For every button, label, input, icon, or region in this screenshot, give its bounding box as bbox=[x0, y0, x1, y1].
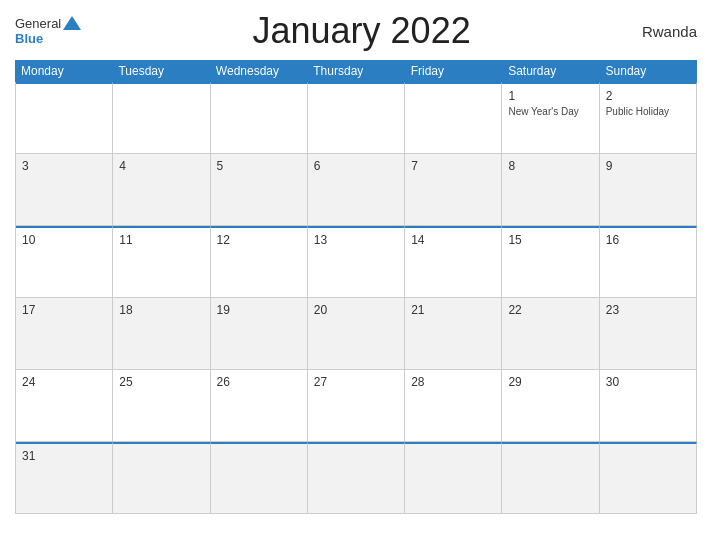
cal-cell: 10 bbox=[16, 226, 113, 298]
cal-cell: 30 bbox=[600, 370, 697, 442]
day-number: 12 bbox=[217, 233, 301, 247]
day-number: 23 bbox=[606, 303, 690, 317]
calendar-header: General Blue January 2022 Rwanda bbox=[15, 10, 697, 52]
cal-cell: 25 bbox=[113, 370, 210, 442]
day-number: 3 bbox=[22, 159, 106, 173]
dow-thursday: Thursday bbox=[307, 60, 404, 82]
cal-cell bbox=[405, 82, 502, 154]
day-number: 19 bbox=[217, 303, 301, 317]
cal-cell bbox=[405, 442, 502, 514]
cal-cell bbox=[502, 442, 599, 514]
cal-cell bbox=[308, 82, 405, 154]
day-number: 22 bbox=[508, 303, 592, 317]
cal-cell bbox=[211, 82, 308, 154]
day-number: 11 bbox=[119, 233, 203, 247]
event-label: New Year's Day bbox=[508, 105, 592, 118]
cal-cell: 29 bbox=[502, 370, 599, 442]
cal-cell: 28 bbox=[405, 370, 502, 442]
cal-cell bbox=[113, 82, 210, 154]
cal-cell: 20 bbox=[308, 298, 405, 370]
day-number: 17 bbox=[22, 303, 106, 317]
day-number: 5 bbox=[217, 159, 301, 173]
day-number: 24 bbox=[22, 375, 106, 389]
cal-cell: 16 bbox=[600, 226, 697, 298]
cal-cell: 24 bbox=[16, 370, 113, 442]
day-number: 25 bbox=[119, 375, 203, 389]
dow-tuesday: Tuesday bbox=[112, 60, 209, 82]
logo-triangle-icon bbox=[63, 16, 81, 30]
day-number: 20 bbox=[314, 303, 398, 317]
day-number: 15 bbox=[508, 233, 592, 247]
country-label: Rwanda bbox=[642, 23, 697, 40]
calendar-title: January 2022 bbox=[81, 10, 642, 52]
cal-cell bbox=[16, 82, 113, 154]
day-number: 21 bbox=[411, 303, 495, 317]
cal-cell bbox=[600, 442, 697, 514]
day-number: 13 bbox=[314, 233, 398, 247]
day-number: 8 bbox=[508, 159, 592, 173]
logo: General Blue bbox=[15, 16, 81, 46]
cal-cell: 11 bbox=[113, 226, 210, 298]
cal-cell: 4 bbox=[113, 154, 210, 226]
cal-cell: 27 bbox=[308, 370, 405, 442]
cal-cell: 12 bbox=[211, 226, 308, 298]
logo-blue-text: Blue bbox=[15, 32, 43, 46]
cal-cell: 3 bbox=[16, 154, 113, 226]
cal-cell: 21 bbox=[405, 298, 502, 370]
cal-cell: 31 bbox=[16, 442, 113, 514]
dow-monday: Monday bbox=[15, 60, 112, 82]
calendar-container: General Blue January 2022 Rwanda Monday … bbox=[0, 0, 712, 550]
cal-cell: 13 bbox=[308, 226, 405, 298]
cal-cell: 19 bbox=[211, 298, 308, 370]
cal-cell: 14 bbox=[405, 226, 502, 298]
day-number: 26 bbox=[217, 375, 301, 389]
day-number: 10 bbox=[22, 233, 106, 247]
day-number: 1 bbox=[508, 89, 592, 103]
day-number: 4 bbox=[119, 159, 203, 173]
day-number: 6 bbox=[314, 159, 398, 173]
days-of-week-header: Monday Tuesday Wednesday Thursday Friday… bbox=[15, 60, 697, 82]
day-number: 18 bbox=[119, 303, 203, 317]
cal-cell: 1New Year's Day bbox=[502, 82, 599, 154]
cal-cell: 18 bbox=[113, 298, 210, 370]
day-number: 29 bbox=[508, 375, 592, 389]
cal-cell: 15 bbox=[502, 226, 599, 298]
cal-cell: 2Public Holiday bbox=[600, 82, 697, 154]
cal-cell: 23 bbox=[600, 298, 697, 370]
cal-cell: 5 bbox=[211, 154, 308, 226]
title-area: January 2022 bbox=[81, 10, 642, 52]
logo-general-text: General bbox=[15, 17, 61, 31]
day-number: 31 bbox=[22, 449, 106, 463]
calendar-grid: 1New Year's Day2Public Holiday3456789101… bbox=[15, 82, 697, 514]
event-label: Public Holiday bbox=[606, 105, 690, 118]
day-number: 30 bbox=[606, 375, 690, 389]
cal-cell: 26 bbox=[211, 370, 308, 442]
dow-friday: Friday bbox=[405, 60, 502, 82]
day-number: 7 bbox=[411, 159, 495, 173]
day-number: 27 bbox=[314, 375, 398, 389]
day-number: 28 bbox=[411, 375, 495, 389]
cal-cell bbox=[113, 442, 210, 514]
cal-cell: 7 bbox=[405, 154, 502, 226]
cal-cell: 8 bbox=[502, 154, 599, 226]
cal-cell bbox=[211, 442, 308, 514]
cal-cell: 22 bbox=[502, 298, 599, 370]
cal-cell: 17 bbox=[16, 298, 113, 370]
cal-cell bbox=[308, 442, 405, 514]
cal-cell: 6 bbox=[308, 154, 405, 226]
cal-cell: 9 bbox=[600, 154, 697, 226]
day-number: 2 bbox=[606, 89, 690, 103]
dow-saturday: Saturday bbox=[502, 60, 599, 82]
dow-sunday: Sunday bbox=[600, 60, 697, 82]
day-number: 14 bbox=[411, 233, 495, 247]
day-number: 16 bbox=[606, 233, 690, 247]
day-number: 9 bbox=[606, 159, 690, 173]
dow-wednesday: Wednesday bbox=[210, 60, 307, 82]
